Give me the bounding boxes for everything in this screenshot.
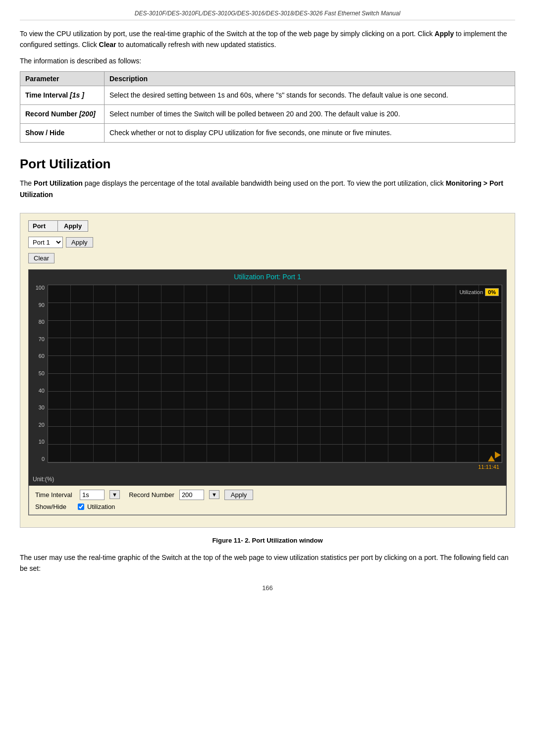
y-label: 90 <box>33 302 45 308</box>
chart-unit: Unit:(%) <box>29 474 506 486</box>
col-description: Description <box>105 72 515 86</box>
header-title: DES-3010F/DES-3010FL/DES-3010G/DES-3016/… <box>135 10 400 17</box>
show-hide-label: Show/Hide <box>35 503 75 510</box>
chart-main: Utilization 0% 11:11:41 <box>48 285 502 472</box>
arrow-up-icon <box>488 455 495 461</box>
param-record-number: Record Number [200] <box>20 105 105 124</box>
record-dropdown-icon[interactable]: ▼ <box>209 490 219 499</box>
table-row: Record Number [200] Select number of tim… <box>20 105 515 124</box>
y-label: 40 <box>33 388 45 394</box>
bottom-text: The user may use the real-time graphic o… <box>20 552 515 574</box>
y-label: 10 <box>33 439 45 445</box>
desc-time-interval: Select the desired setting between 1s an… <box>105 86 515 105</box>
panel-top-row: Port Apply <box>28 220 507 232</box>
clear-button[interactable]: Clear <box>28 253 54 263</box>
section-desc1: The <box>20 179 34 187</box>
controls-top-row: Time Interval ▼ Record Number ▼ Apply <box>35 490 500 500</box>
y-label: 0 <box>33 456 45 462</box>
page-number: 166 <box>20 584 515 592</box>
desc-record-number: Select number of times the Switch will b… <box>105 105 515 124</box>
y-label: 20 <box>33 422 45 428</box>
y-label: 100 <box>33 285 45 291</box>
parameters-table: Parameter Description Time Interval [1s … <box>20 71 515 143</box>
y-label: 30 <box>33 404 45 410</box>
y-label: 60 <box>33 353 45 359</box>
dropdown-icon[interactable]: ▼ <box>109 490 120 499</box>
param-show-hide: Show / Hide <box>20 124 105 143</box>
chart-body: 100 90 80 70 60 50 40 30 20 10 0 Utiliza… <box>29 283 506 474</box>
intro-line3: to automatically refresh with new update… <box>116 41 276 49</box>
desc-show-hide: Check whether or not to display CPU util… <box>105 124 515 143</box>
chart-y-axis: 100 90 80 70 60 50 40 30 20 10 0 <box>29 285 48 472</box>
record-number-input[interactable] <box>179 490 204 500</box>
port-utilization-panel: Port Apply Port 1 Port 2 Port 3 Port 4 P… <box>20 213 515 528</box>
y-label: 80 <box>33 319 45 325</box>
port-select[interactable]: Port 1 Port 2 Port 3 Port 4 Port 5 <box>28 237 63 248</box>
chart-title: Utilization Port: Port 1 <box>29 270 506 283</box>
y-label: 50 <box>33 370 45 376</box>
utilization-checkbox[interactable] <box>78 504 84 510</box>
section-heading: Port Utilization <box>20 156 515 172</box>
figure-caption: Figure 11- 2. Port Utilization window <box>20 537 515 544</box>
apply-word: Apply <box>434 30 454 38</box>
legend-label: Utilization <box>459 289 483 295</box>
intro-line4: The information is described as follows: <box>20 55 515 66</box>
chart-x-time: 11:11:41 <box>48 463 502 472</box>
legend-value: 0% <box>485 288 499 296</box>
utilization-checkbox-label: Utilization <box>87 503 115 510</box>
col-parameter: Parameter <box>20 72 105 86</box>
arrow-right-icon <box>495 452 501 458</box>
chart-controls: Time Interval ▼ Record Number ▼ Apply Sh… <box>29 486 506 515</box>
port-select-row: Port 1 Port 2 Port 3 Port 4 Port 5 Apply <box>28 237 507 248</box>
y-label: 70 <box>33 336 45 342</box>
record-number-label: Record Number <box>125 491 174 499</box>
time-interval-label: Time Interval <box>35 491 75 499</box>
port-column-label: Port <box>28 220 58 232</box>
chart-legend: Utilization 0% <box>459 288 499 296</box>
param-time-interval: Time Interval [1s ] <box>20 86 105 105</box>
section-desc2: page displays the percentage of the tota… <box>83 179 446 187</box>
port-apply-button[interactable]: Apply <box>66 237 93 248</box>
show-hide-row: Show/Hide Utilization <box>35 503 500 510</box>
controls-apply-button[interactable]: Apply <box>224 490 254 500</box>
section-bold1: Port Utilization <box>34 179 83 187</box>
table-row: Show / Hide Check whether or not to disp… <box>20 124 515 143</box>
table-row: Time Interval [1s ] Select the desired s… <box>20 86 515 105</box>
intro-paragraph: To view the CPU utilization by port, use… <box>20 28 515 50</box>
intro-line1: To view the CPU utilization by port, use… <box>20 30 434 38</box>
time-interval-input[interactable] <box>80 490 105 500</box>
chart-container: Utilization Port: Port 1 100 90 80 70 60… <box>28 269 507 515</box>
page-header: DES-3010F/DES-3010FL/DES-3010G/DES-3016/… <box>20 10 515 20</box>
clear-word: Clear <box>99 41 116 49</box>
section-desc: The Port Utilization page displays the p… <box>20 178 515 200</box>
chart-grid: Utilization 0% <box>48 285 502 463</box>
apply-column-label: Apply <box>58 220 88 232</box>
